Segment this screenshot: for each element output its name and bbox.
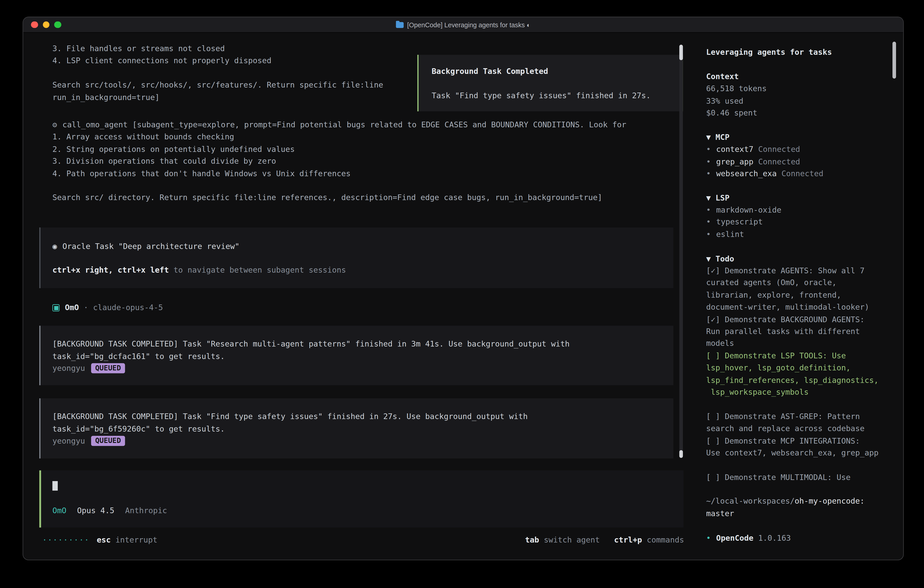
spinner-dots: ········· <box>42 535 89 544</box>
lsp-item-name: markdown-oxide <box>716 206 781 215</box>
lsp-section-heading[interactable]: ▼LSP <box>706 192 893 204</box>
toast-body: Task "Find type safety issues" finished … <box>432 90 681 102</box>
oracle-hint-line: ctrl+x right, ctrl+x left to navigate be… <box>52 265 663 277</box>
esc-key-hint: esc <box>97 535 111 544</box>
window-controls <box>31 17 61 32</box>
message-line: task_id="bg_dcfac161" to get results. <box>52 350 663 362</box>
message-author: yeongyu <box>52 436 85 446</box>
bullet-icon: • <box>706 157 711 166</box>
bullet-icon: • <box>706 230 711 238</box>
active-agent-name: OmO <box>52 506 66 515</box>
oracle-task-title-line: ◉Oracle Task "Deep architecture review" <box>52 240 663 253</box>
todo-done-line: document-writer, multimodal-looker) <box>706 302 893 314</box>
workspace-path-prefix: ~/local-workspaces/ <box>706 497 795 506</box>
mcp-item-name: websearch_exa <box>716 169 777 178</box>
tool-call-block: ⚙call_omo_agent [subagent_type=explore, … <box>52 119 679 204</box>
todo-pending-line: search and replace across codebase <box>706 423 893 435</box>
input-meta: OmOOpus 4.5Anthropic <box>52 505 673 517</box>
titlebar: [OpenCode] Leveraging agents for tasks ◐ <box>23 17 903 33</box>
scrollbar-thumb[interactable] <box>679 450 683 458</box>
context-heading: Context <box>706 71 893 83</box>
text-cursor <box>52 481 58 491</box>
input-cursor-line <box>52 481 673 493</box>
close-window-button[interactable] <box>31 21 38 28</box>
todo-heading-label: Todo <box>716 254 734 263</box>
message-line: [BACKGROUND TASK COMPLETED] Task "Resear… <box>52 339 663 350</box>
background-task-toast: Background Task Completed Task "Find typ… <box>417 55 683 111</box>
tab-key-hint: tab <box>525 535 539 544</box>
mcp-item-status: Connected <box>781 169 823 178</box>
context-used: 33% used <box>706 95 893 107</box>
message-line: [BACKGROUND TASK COMPLETED] Task "Find t… <box>52 411 663 423</box>
tool-call-line: ⚙call_omo_agent [subagent_type=explore, … <box>52 119 679 131</box>
todo-pending-line: [ ] Demonstrate MULTIMODAL: Use <box>706 471 893 483</box>
statusbar-left: ·········escinterrupt <box>42 534 157 546</box>
agent-checkbox-icon <box>52 304 59 311</box>
app-version: 1.0.163 <box>758 533 791 542</box>
tool-call-line: 4. Path operations that don't handle Win… <box>52 168 679 180</box>
spacer <box>706 119 893 131</box>
mcp-section-heading[interactable]: ▼MCP <box>706 131 893 144</box>
todo-active-line: lsp_find_references, lsp_diagnostics, <box>706 374 893 386</box>
window-title: [OpenCode] Leveraging agents for tasks ◐ <box>396 21 530 28</box>
lsp-item: •markdown-oxide <box>706 204 893 216</box>
todo-pending-line: Use context7, websearch_exa, grep_app <box>706 447 893 459</box>
mcp-item-name: grep_app <box>716 157 754 166</box>
app-name: OpenCode <box>716 533 754 542</box>
esc-key-label: interrupt <box>116 535 157 544</box>
session-title: Leveraging agents for tasks <box>706 46 893 58</box>
todo-section-heading[interactable]: ▼Todo <box>706 253 893 265</box>
workspace-path: ~/local-workspaces/oh-my-opencode: <box>706 496 893 508</box>
transcript-line: 3. File handles or streams not closed <box>52 43 679 55</box>
workspace-branch: master <box>706 508 893 520</box>
tool-call-text: call_omo_agent [subagent_type=explore, p… <box>63 120 626 129</box>
message-meta: yeongyuQUEUED <box>52 435 663 448</box>
mcp-item-status: Connected <box>758 157 800 166</box>
zoom-window-button[interactable] <box>54 21 61 28</box>
message-meta: yeongyuQUEUED <box>52 363 663 375</box>
message-line: task_id="bg_6f59260c" to get results. <box>52 423 663 435</box>
ctrlp-key-hint: ctrl+p <box>614 535 642 544</box>
prompt-input[interactable]: OmOOpus 4.5Anthropic <box>40 470 683 527</box>
mcp-item-name: context7 <box>716 145 754 154</box>
chevron-down-icon: ▼ <box>706 254 711 263</box>
minimize-window-button[interactable] <box>43 21 50 28</box>
message-card: [BACKGROUND TASK COMPLETED] Task "Find t… <box>40 399 673 458</box>
tool-call-line: Search src/ directory. Return specific f… <box>52 192 679 204</box>
bullet-icon: • <box>706 206 711 215</box>
tool-call-line: 2. String operations on potentially unde… <box>52 143 679 155</box>
sidebar-scrollbar-thumb[interactable] <box>893 41 896 78</box>
todo-done-line: Run parallel tasks with different <box>706 325 893 338</box>
tool-call-line: 3. Division operations that could divide… <box>52 155 679 168</box>
scrollbar-thumb[interactable] <box>679 45 683 60</box>
bullet-icon: • <box>706 169 711 178</box>
lsp-heading-label: LSP <box>716 193 729 202</box>
ctrlp-key-label: commands <box>647 535 684 544</box>
agent-model: claude-opus-4-5 <box>93 302 163 314</box>
bullet-icon: • <box>706 145 711 154</box>
oracle-task-panel[interactable]: ◉Oracle Task "Deep architecture review" … <box>40 227 673 288</box>
todo-done-line: models <box>706 338 893 350</box>
mcp-item: •context7Connected <box>706 144 893 155</box>
spacer <box>706 459 893 471</box>
mcp-item: •grep_appConnected <box>706 156 893 168</box>
separator-dot: · <box>84 302 88 314</box>
status-badge: QUEUED <box>91 436 125 446</box>
workspace-repo-name: oh-my-opencode: <box>795 497 865 506</box>
oracle-icon: ◉ <box>52 241 57 250</box>
mcp-heading-label: MCP <box>716 132 729 141</box>
agent-name: OmO <box>65 302 79 314</box>
todo-active-line: lsp_workspace_symbols <box>706 386 893 398</box>
statusbar: ·········escinterrupt tabswitch agentctr… <box>42 534 684 546</box>
transcript-scrollbar[interactable] <box>679 45 683 458</box>
terminal-window: [OpenCode] Leveraging agents for tasks ◐… <box>23 17 904 560</box>
mcp-item: •websearch_exaConnected <box>706 168 893 180</box>
spacer <box>706 59 893 71</box>
bullet-icon: • <box>706 533 711 542</box>
context-tokens: 66,518 tokens <box>706 83 893 95</box>
message-card: [BACKGROUND TASK COMPLETED] Task "Resear… <box>40 326 673 385</box>
active-provider-name: Anthropic <box>125 506 167 515</box>
terminal-content: 3. File handles or streams not closed 4.… <box>23 33 903 560</box>
todo-pending-line: [ ] Demonstrate AST-GREP: Pattern <box>706 411 893 423</box>
context-spent: $0.46 spent <box>706 107 893 119</box>
